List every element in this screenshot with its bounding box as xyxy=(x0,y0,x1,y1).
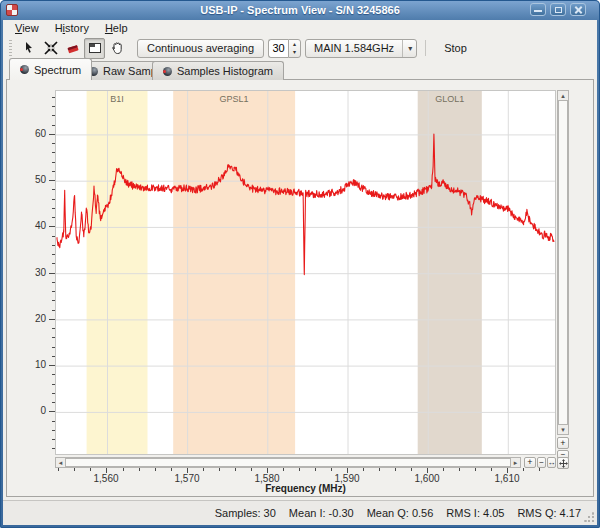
x-minor-tick xyxy=(443,468,444,471)
tab-samples-histogram[interactable]: Samples Histogram xyxy=(152,61,284,80)
toolbar-separator xyxy=(425,40,426,56)
x-minor-tick xyxy=(123,468,124,471)
vertical-scrollbar[interactable]: ▴ ▾ xyxy=(557,90,569,435)
scroll-right-icon[interactable]: ▸ xyxy=(511,458,520,467)
averaging-mode-button[interactable]: Continuous averaging xyxy=(137,39,264,58)
y-tick-label: 40 xyxy=(16,220,46,232)
band-glol1 xyxy=(418,91,482,454)
x-minor-tick xyxy=(395,468,396,471)
x-minor-tick xyxy=(315,468,316,471)
y-tick-label: 30 xyxy=(16,267,46,279)
vertical-scroll-thumb[interactable] xyxy=(558,100,568,425)
select-cursor-icon xyxy=(21,40,37,56)
status-mean-q: Mean Q: 0.56 xyxy=(367,507,434,519)
zoom-box-icon xyxy=(87,40,103,56)
x-minor-tick xyxy=(90,468,91,471)
x-minor-tick xyxy=(74,468,75,471)
horizontal-scroll-thumb[interactable] xyxy=(65,458,511,467)
stop-button[interactable]: Stop xyxy=(436,40,475,56)
x-axis-title: Frequency (MHz) xyxy=(55,483,556,494)
move-cross-icon xyxy=(559,459,568,468)
toolbar: Continuous averaging ▴ ▾ MAIN 1.584GHz ▾… xyxy=(3,36,597,60)
close-button[interactable] xyxy=(570,3,586,16)
menu-history[interactable]: History xyxy=(47,21,97,35)
scroll-down-icon[interactable]: ▾ xyxy=(558,425,568,434)
band-label: B1I xyxy=(110,94,124,104)
x-minor-tick xyxy=(235,468,236,471)
select-tool-button[interactable] xyxy=(18,38,39,59)
toolbar-grip[interactable] xyxy=(9,40,12,56)
band-b1i xyxy=(87,91,148,454)
x-minor-tick xyxy=(203,468,204,471)
averaging-count-spinbox: ▴ ▾ xyxy=(268,39,301,58)
tab-spectrum[interactable]: Spectrum xyxy=(9,58,92,80)
x-minor-tick xyxy=(58,468,59,471)
x-minor-tick xyxy=(363,468,364,471)
x-minor-tick xyxy=(379,468,380,471)
app-window: USB-IP - Spectrum View - S/N 3245866 Vie… xyxy=(0,0,600,528)
scroll-left-icon[interactable]: ◂ xyxy=(56,458,65,467)
y-tick-label: 10 xyxy=(16,359,46,371)
zoom-fit-button[interactable] xyxy=(40,38,61,59)
maximize-button[interactable] xyxy=(550,3,566,16)
x-minor-tick xyxy=(459,468,460,471)
eraser-icon xyxy=(65,40,81,56)
resize-grip[interactable] xyxy=(584,512,595,523)
x-minor-tick xyxy=(283,468,284,471)
tab-scope-icon xyxy=(163,67,172,76)
status-rms-i: RMS I: 4.05 xyxy=(446,507,504,519)
plot-svg: B1IGPSL1GLOL1 xyxy=(56,91,555,454)
averaging-count-input[interactable] xyxy=(268,39,288,58)
tab-scope-icon xyxy=(20,65,29,74)
status-bar: Samples: 30 Mean I: -0.30 Mean Q: 0.56 R… xyxy=(3,500,597,525)
x-minor-tick xyxy=(539,468,540,471)
y-tick-label: 60 xyxy=(16,128,46,140)
menu-view[interactable]: View xyxy=(7,21,47,35)
band-label: GLOL1 xyxy=(435,94,464,104)
channel-select-value: MAIN 1.584GHz xyxy=(314,42,394,54)
window-content: ViewHistoryHelp xyxy=(3,20,597,525)
minimize-button[interactable] xyxy=(530,3,546,16)
zoom-box-tool-button[interactable] xyxy=(84,38,105,59)
x-zoom-out-button[interactable]: − xyxy=(537,457,546,468)
x-minor-tick xyxy=(219,468,220,471)
horizontal-scrollbar[interactable]: ◂ ▸ xyxy=(55,457,521,468)
pan-tool-button[interactable] xyxy=(106,38,127,59)
plot-canvas[interactable]: B1IGPSL1GLOL1 xyxy=(55,90,556,455)
x-minor-tick xyxy=(475,468,476,471)
x-zoom-in-button[interactable]: + xyxy=(524,457,536,468)
x-minor-tick xyxy=(523,468,524,471)
x-minor-tick xyxy=(171,468,172,471)
x-pan-button[interactable]: ↔ xyxy=(547,457,556,468)
status-samples: Samples: 30 xyxy=(215,507,276,519)
spinbox-arrows: ▴ ▾ xyxy=(288,39,301,58)
scroll-up-icon[interactable]: ▴ xyxy=(558,91,568,100)
titlebar[interactable]: USB-IP - Spectrum View - S/N 3245866 xyxy=(0,0,600,20)
minimize-icon xyxy=(534,10,542,12)
tab-label: Spectrum xyxy=(34,64,81,76)
x-minor-tick xyxy=(251,468,252,471)
menubar: ViewHistoryHelp xyxy=(3,20,597,36)
x-minor-tick xyxy=(139,468,140,471)
band-label: GPSL1 xyxy=(220,94,249,104)
menu-help[interactable]: Help xyxy=(97,21,136,35)
spectrum-plot: 0102030405060 B1IGPSL1GLOL1 ▴ ▾ + − ↕ ◂ … xyxy=(7,80,593,496)
y-tick-label: 20 xyxy=(16,313,46,325)
spin-up-icon[interactable]: ▴ xyxy=(289,40,300,49)
clear-trace-button[interactable] xyxy=(62,38,83,59)
spin-down-icon[interactable]: ▾ xyxy=(289,48,300,57)
chevron-down-icon: ▾ xyxy=(402,40,412,57)
x-axis: 1,5601,5701,5801,5901,6001,610 xyxy=(55,468,568,484)
y-tick-label: 50 xyxy=(16,174,46,186)
spectrum-pane: 0102030405060 B1IGPSL1GLOL1 ▴ ▾ + − ↕ ◂ … xyxy=(6,79,594,497)
x-minor-tick xyxy=(155,468,156,471)
tab-bar: Spectrum Raw Samples Samples Histogram xyxy=(6,58,594,80)
tab-label: Samples Histogram xyxy=(177,65,273,77)
x-minor-tick xyxy=(411,468,412,471)
window-controls xyxy=(530,3,586,16)
y-tick-label: 0 xyxy=(16,405,46,417)
window-title: USB-IP - Spectrum View - S/N 3245866 xyxy=(0,0,600,20)
status-rms-q: RMS Q: 4.17 xyxy=(517,507,581,519)
channel-select[interactable]: MAIN 1.584GHz ▾ xyxy=(305,39,417,58)
y-zoom-in-button[interactable]: + xyxy=(557,437,569,449)
